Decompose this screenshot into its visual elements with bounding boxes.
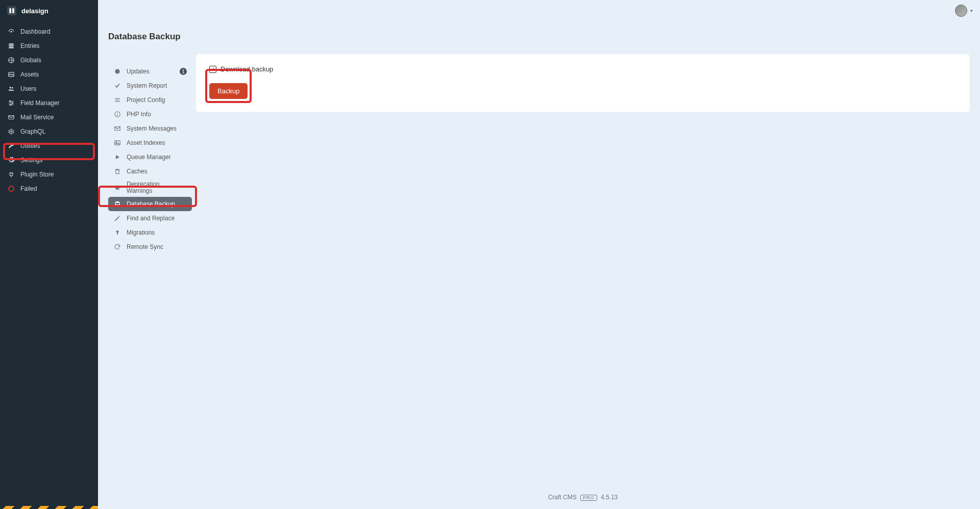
subnav-item-label: Updates — [127, 68, 180, 75]
brand-header[interactable]: delasign — [0, 0, 98, 21]
svg-rect-12 — [117, 114, 117, 116]
footer: Craft CMS PRO 4.5.13 — [196, 494, 970, 501]
sidebar-item-settings[interactable]: Settings — [0, 153, 98, 167]
edition-badge[interactable]: PRO — [580, 495, 597, 501]
sidebar-item-users[interactable]: Users — [0, 82, 98, 96]
brand-logo-icon — [7, 6, 16, 15]
wrench-icon — [7, 142, 15, 149]
sidebar-item-assets[interactable]: Assets — [0, 67, 98, 82]
sidebar: delasign Dashboard Entries Globals Asset… — [0, 0, 98, 509]
subnav-item-migrations[interactable]: Migrations — [108, 225, 192, 240]
dev-mode-stripe — [0, 506, 98, 509]
svg-point-5 — [12, 103, 13, 104]
subnav-item-caches[interactable]: Caches — [108, 164, 192, 179]
mail-icon — [7, 114, 15, 121]
subnav-item-label: Remote Sync — [127, 243, 187, 250]
sidebar-item-label: Field Manager — [20, 99, 60, 107]
sidebar-item-mail-service[interactable]: Mail Service — [0, 110, 98, 124]
gear-icon — [7, 157, 15, 164]
sidebar-item-label: GraphQL — [20, 128, 45, 135]
user-menu[interactable]: ▾ — [955, 5, 973, 17]
database-icon — [113, 200, 121, 208]
subnav-item-remote-sync[interactable]: Remote Sync — [108, 240, 192, 254]
sliders-icon — [7, 99, 15, 107]
footer-version: 4.5.13 — [601, 494, 618, 501]
plug-icon — [7, 171, 15, 178]
subnav-item-updates[interactable]: Updates 1 — [108, 64, 192, 79]
main-content: ✓ Download backup Backup — [196, 54, 970, 112]
utilities-subnav: Updates 1 System Report Project Config P… — [98, 21, 196, 509]
topbar: ▾ — [98, 0, 980, 21]
subnav-item-asset-indexes[interactable]: Asset Indexes — [108, 136, 192, 150]
sync-icon — [113, 243, 121, 250]
svg-point-9 — [115, 69, 119, 73]
sidebar-item-entries[interactable]: Entries — [0, 39, 98, 53]
trash-icon — [113, 168, 121, 175]
sidebar-item-label: Entries — [20, 42, 39, 49]
subnav-item-label: Deprecation Warnings — [127, 181, 187, 194]
image-icon — [7, 71, 15, 78]
subnav-item-deprecation-warnings[interactable]: Deprecation Warnings — [108, 179, 192, 197]
sidebar-item-plugin-store[interactable]: Plugin Store — [0, 167, 98, 182]
chevron-down-icon: ▾ — [970, 8, 973, 13]
sidebar-item-field-manager[interactable]: Field Manager — [0, 96, 98, 110]
sidebar-item-label: Dashboard — [20, 28, 51, 35]
graphql-icon — [7, 128, 15, 135]
sidebar-item-globals[interactable]: Globals — [0, 53, 98, 67]
svg-point-6 — [10, 104, 11, 105]
sidebar-item-label: Mail Service — [20, 114, 54, 121]
subnav-item-label: PHP Info — [127, 111, 187, 118]
backup-button[interactable]: Backup — [209, 83, 248, 99]
checkbox-icon: ✓ — [209, 66, 216, 73]
svg-point-15 — [116, 186, 119, 190]
sidebar-item-dashboard[interactable]: Dashboard — [0, 24, 98, 39]
subnav-item-find-replace[interactable]: Find and Replace — [108, 211, 192, 225]
sidebar-item-label: Failed — [20, 185, 37, 192]
subnav-item-project-config[interactable]: Project Config — [108, 93, 192, 107]
sidebar-item-label: Users — [20, 85, 36, 92]
footer-product[interactable]: Craft CMS — [548, 494, 577, 501]
globe-icon — [7, 57, 15, 64]
subnav-item-database-backup[interactable]: Database Backup — [108, 197, 192, 211]
subnav-item-queue-manager[interactable]: Queue Manager — [108, 150, 192, 164]
arrow-up-icon — [113, 229, 121, 236]
brand-name: delasign — [21, 7, 48, 15]
envelope-icon — [113, 125, 121, 132]
pencil-icon — [113, 215, 121, 222]
sidebar-item-graphql[interactable]: GraphQL — [0, 124, 98, 139]
subnav-item-php-info[interactable]: PHP Info — [108, 107, 192, 121]
sidebar-item-label: Utilities — [20, 142, 40, 149]
subnav-item-label: Queue Manager — [127, 154, 187, 161]
users-icon — [7, 85, 15, 92]
download-backup-checkbox[interactable]: ✓ Download backup — [209, 65, 957, 73]
play-icon — [113, 154, 121, 161]
subnav-item-system-messages[interactable]: System Messages — [108, 121, 192, 136]
subnav-item-system-report[interactable]: System Report — [108, 79, 192, 93]
sidebar-item-label: Plugin Store — [20, 171, 54, 178]
document-icon — [7, 42, 15, 49]
image-icon — [113, 139, 121, 146]
svg-point-2 — [10, 87, 12, 89]
sidebar-item-label: Settings — [20, 157, 42, 164]
svg-point-11 — [117, 113, 117, 113]
badge-count: 1 — [180, 68, 187, 75]
svg-point-3 — [12, 87, 13, 89]
sidebar-item-utilities[interactable]: Utilities — [0, 139, 98, 153]
check-icon — [113, 82, 121, 89]
svg-point-16 — [115, 201, 119, 203]
sidebar-item-label: Assets — [20, 71, 39, 78]
svg-point-4 — [10, 100, 11, 101]
config-icon — [113, 96, 121, 104]
info-icon — [113, 111, 121, 118]
subnav-item-label: Project Config — [127, 96, 187, 104]
avatar — [955, 5, 967, 17]
sidebar-item-failed[interactable]: Failed — [0, 182, 98, 196]
subnav-item-label: Find and Replace — [127, 215, 187, 222]
backup-panel: ✓ Download backup Backup — [196, 54, 970, 112]
subnav-item-label: Database Backup — [127, 200, 187, 208]
bug-icon — [113, 184, 121, 191]
subnav-item-label: System Messages — [127, 125, 187, 132]
red-ring-icon — [7, 186, 15, 192]
gauge-icon — [7, 28, 15, 35]
sidebar-nav: Dashboard Entries Globals Assets Users F… — [0, 21, 98, 196]
